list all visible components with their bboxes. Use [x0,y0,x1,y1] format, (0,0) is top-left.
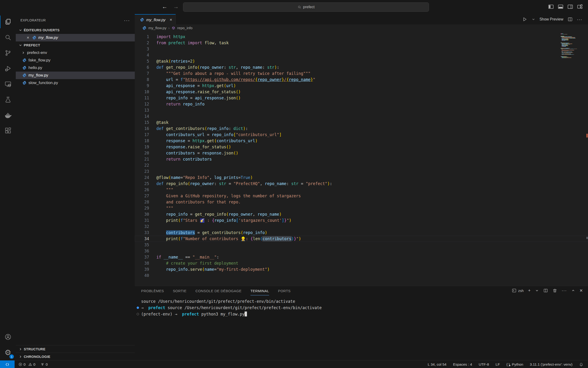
line-number[interactable]: 4 [135,52,149,58]
tree-item-hello.py[interactable]: hello.py [16,64,135,72]
breadcrumb-file[interactable]: my_flow.py [149,26,167,30]
navigate-back-icon[interactable]: ← [162,3,167,10]
run-dropdown-chevron-icon[interactable] [532,18,535,21]
line-number[interactable]: 30 [135,211,149,217]
encoding[interactable]: UTF-8 [479,362,489,367]
line-number[interactable]: 25 [135,181,149,187]
tree-item-prefect-env[interactable]: prefect-env [16,49,135,56]
tree-item-my_flow.py[interactable]: my_flow.py [16,72,135,79]
problems-status[interactable]: 0 0 [18,362,35,367]
terminal-dropdown-chevron-icon[interactable] [535,289,539,292]
line-number[interactable]: 8 [135,76,149,83]
line-number[interactable]: 1 [135,34,149,40]
run-and-debug-icon[interactable] [0,61,16,76]
toggle-panel-bottom-icon[interactable] [558,4,563,10]
line-number[interactable]: 24 [135,175,149,181]
panel-tab-terminal[interactable]: TERMINAL [250,289,269,295]
line-number[interactable]: 5 [135,58,149,64]
line-number[interactable]: 6 [135,64,149,70]
tab-my-flow-py[interactable]: my_flow.py ✕ [135,14,176,25]
extensions-icon[interactable] [0,123,16,138]
settings-gear-icon[interactable]: ⚙ 1 [0,345,16,360]
source-control-icon[interactable] [0,45,16,61]
line-number[interactable]: 29 [135,205,149,211]
line-number[interactable]: 11 [135,95,149,101]
tree-item-fake_flow.py[interactable]: fake_flow.py [16,56,135,64]
testing-icon[interactable] [0,92,16,107]
line-number[interactable]: 17 [135,132,149,138]
line-number[interactable]: 35 [135,242,149,248]
panel-tab-sortie[interactable]: SORTIE [173,289,186,295]
line-number[interactable]: 40 [135,272,149,278]
ports-status[interactable]: 0 [40,362,48,367]
line-number[interactable]: 26 [135,187,149,193]
terminal-output[interactable]: source /Users/henricourdent/git/prefect/… [135,298,588,317]
explorer-icon[interactable] [0,14,16,30]
cursor-position[interactable]: L 34, col 54 [428,362,447,367]
line-number[interactable]: 14 [135,113,149,119]
maximize-panel-icon[interactable] [571,289,575,292]
line-number[interactable]: 37 [135,254,149,260]
code-editor[interactable]: 1import httpx2from prefect import flow, … [135,32,588,286]
language-mode[interactable]: { } Python [506,362,523,367]
remote-explorer-icon[interactable] [0,76,16,92]
close-panel-icon[interactable]: ✕ [579,288,583,293]
show-preview-button[interactable]: Show Preview [540,17,563,21]
panel-tab-console de débogage[interactable]: CONSOLE DE DÉBOGAGE [195,289,242,295]
line-number[interactable]: 10 [135,89,149,95]
docker-icon[interactable] [0,107,16,123]
line-number[interactable]: 2 [135,40,149,46]
line-number[interactable]: 7 [135,70,149,76]
line-number[interactable]: 22 [135,162,149,168]
toggle-sidebar-right-icon[interactable] [567,4,573,10]
account-icon[interactable] [0,329,16,345]
remote-indicator[interactable] [0,360,15,368]
python-interpreter[interactable]: 3.11.1 ('prefect-env': venv) [530,362,572,367]
navigate-forward-icon[interactable]: → [173,3,179,10]
run-python-file-icon[interactable] [522,17,527,22]
line-number[interactable]: 12 [135,101,149,107]
overview-ruler[interactable] [586,32,588,286]
line-number[interactable]: 3 [135,46,149,52]
structure-section[interactable]: STRUCTURE [16,345,135,353]
line-number[interactable]: 34 [135,236,149,242]
terminal-shell-chip[interactable]: zsh [512,288,524,293]
line-number[interactable]: 21 [135,156,149,162]
editor-more-actions-icon[interactable]: ··· [577,17,582,22]
line-number[interactable]: 28 [135,199,149,205]
kill-terminal-trash-icon[interactable] [553,288,557,293]
timeline-section[interactable]: CHRONOLOGIE [16,353,135,360]
eol-sequence[interactable]: LF [496,362,500,367]
line-number[interactable]: 38 [135,260,149,266]
minimap[interactable] [561,33,579,59]
line-number[interactable]: 18 [135,138,149,144]
command-decoration-icon[interactable] [137,307,139,309]
open-editors-section[interactable]: ÉDITEURS OUVERTS [16,26,135,34]
breadcrumb-symbol[interactable]: repo_info [177,26,193,30]
line-number[interactable]: 15 [135,119,149,126]
explorer-more-actions-icon[interactable]: ··· [124,18,130,23]
new-terminal-icon[interactable]: + [528,288,531,293]
line-number[interactable]: 39 [135,266,149,272]
split-editor-icon[interactable] [568,17,573,22]
command-center-search[interactable]: prefect [183,2,429,12]
indentation[interactable]: Espaces : 4 [453,362,472,367]
tab-close-icon[interactable]: ✕ [170,18,172,22]
line-number[interactable]: 36 [135,248,149,254]
close-icon[interactable]: ✕ [26,36,29,40]
tree-item-slow_function.py[interactable]: slow_function.py [16,79,135,87]
split-terminal-icon[interactable] [543,288,548,293]
panel-tab-ports[interactable]: PORTS [278,289,290,295]
line-number[interactable]: 20 [135,150,149,156]
open-editor-item-my-flow[interactable]: ✕ my_flow.py [16,34,135,41]
line-number[interactable]: 13 [135,107,149,113]
search-view-icon[interactable] [0,30,16,45]
toggle-sidebar-left-icon[interactable] [548,4,554,10]
notifications-bell-icon[interactable] [579,362,583,367]
panel-more-actions-icon[interactable]: ··· [562,288,567,293]
line-number[interactable]: 31 [135,217,149,223]
panel-tab-problèmes[interactable]: PROBLÈMES [141,289,164,295]
line-number[interactable]: 16 [135,126,149,132]
project-section[interactable]: PREFECT [16,41,135,49]
line-number[interactable]: 32 [135,223,149,230]
